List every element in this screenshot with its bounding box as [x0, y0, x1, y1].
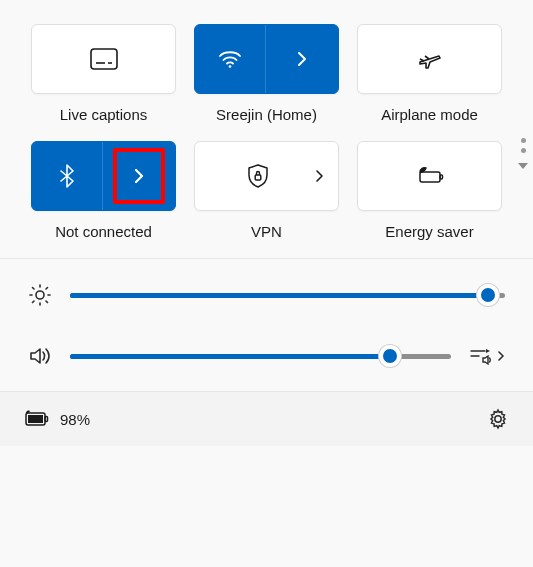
svg-rect-4 [255, 175, 261, 180]
gear-icon [487, 408, 509, 430]
volume-row [28, 345, 505, 367]
svg-rect-20 [45, 417, 48, 422]
svg-rect-21 [28, 415, 43, 423]
brightness-fill [70, 293, 488, 298]
footer-bar: 98% [0, 392, 533, 446]
audio-output-icon [469, 346, 493, 366]
svg-line-14 [33, 301, 35, 303]
svg-point-3 [229, 65, 232, 68]
brightness-row [28, 283, 505, 307]
vpn-button[interactable] [194, 141, 339, 211]
vpn-label: VPN [251, 223, 282, 240]
live-captions-button[interactable] [31, 24, 176, 94]
energy-saver-label: Energy saver [385, 223, 473, 240]
volume-fill [70, 354, 390, 359]
volume-output-selector[interactable] [469, 346, 505, 366]
volume-thumb[interactable] [379, 345, 401, 367]
chevron-right-icon[interactable] [315, 169, 324, 183]
shield-lock-icon [247, 164, 269, 188]
chevron-right-icon [296, 50, 308, 68]
settings-button[interactable] [487, 408, 509, 430]
leaf-battery-icon [416, 166, 444, 186]
bluetooth-expand-area[interactable] [103, 142, 175, 210]
bluetooth-icon [60, 164, 74, 188]
brightness-icon [28, 283, 52, 307]
captions-icon [90, 48, 118, 70]
tile-energy-saver: Energy saver [357, 141, 502, 240]
tiles-area: Live captions [0, 0, 533, 259]
brightness-thumb[interactable] [477, 284, 499, 306]
airplane-label: Airplane mode [381, 106, 478, 123]
bluetooth-button[interactable] [31, 141, 176, 211]
battery-status[interactable]: 98% [24, 410, 90, 428]
energy-saver-button[interactable] [357, 141, 502, 211]
tile-vpn: VPN [194, 141, 339, 240]
volume-icon [28, 345, 52, 367]
svg-marker-18 [486, 349, 490, 353]
tile-grid: Live captions [28, 24, 505, 240]
highlight-annotation [113, 148, 165, 204]
svg-rect-5 [440, 175, 443, 179]
brightness-slider[interactable] [70, 293, 505, 298]
bluetooth-toggle-area[interactable] [32, 142, 103, 210]
tile-wifi: Sreejin (Home) [194, 24, 339, 123]
sliders-area [0, 259, 533, 392]
svg-rect-0 [91, 49, 117, 69]
svg-marker-6 [518, 163, 528, 169]
bluetooth-label: Not connected [55, 223, 152, 240]
airplane-icon [417, 48, 443, 70]
page-dot [521, 148, 526, 153]
chevron-down-icon[interactable] [517, 162, 529, 170]
airplane-button[interactable] [357, 24, 502, 94]
svg-point-22 [495, 416, 501, 422]
tile-live-captions: Live captions [31, 24, 176, 123]
live-captions-label: Live captions [60, 106, 148, 123]
svg-point-7 [36, 291, 44, 299]
wifi-expand-area[interactable] [266, 25, 338, 93]
volume-slider[interactable] [70, 354, 451, 359]
battery-percent-text: 98% [60, 411, 90, 428]
tile-airplane: Airplane mode [357, 24, 502, 123]
page-indicators [517, 138, 529, 170]
quick-settings-panel: Live captions [0, 0, 533, 446]
svg-line-12 [33, 288, 35, 290]
page-dot [521, 138, 526, 143]
svg-line-13 [46, 301, 48, 303]
battery-icon [24, 410, 50, 428]
wifi-button[interactable] [194, 24, 339, 94]
wifi-icon [218, 49, 242, 69]
svg-line-15 [46, 288, 48, 290]
tile-bluetooth: Not connected [31, 141, 176, 240]
wifi-label: Sreejin (Home) [216, 106, 317, 123]
wifi-toggle-area[interactable] [195, 25, 266, 93]
chevron-right-icon [497, 350, 505, 362]
